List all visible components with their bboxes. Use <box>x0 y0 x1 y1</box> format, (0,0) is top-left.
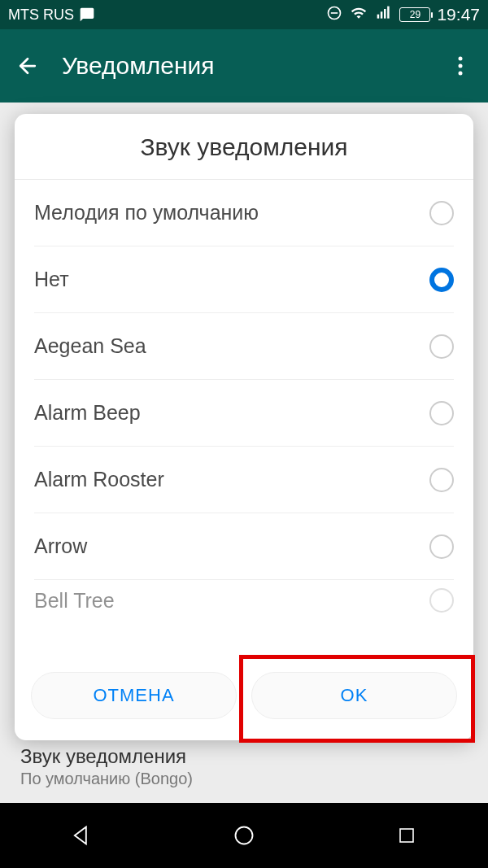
sound-option-label: Нет <box>34 268 69 291</box>
status-right: 29 19:47 <box>326 5 480 25</box>
sound-option-label: Aegean Sea <box>34 334 146 358</box>
dnd-icon <box>326 5 342 25</box>
svg-rect-2 <box>381 11 383 18</box>
radio-icon <box>429 401 454 425</box>
sound-option-bell-tree[interactable]: Bell Tree <box>34 580 454 613</box>
radio-selected-icon <box>429 268 454 292</box>
status-bar: MTS RUS 29 19:47 <box>0 0 488 29</box>
svg-rect-1 <box>377 14 380 18</box>
sound-option-alarm-beep[interactable]: Alarm Beep <box>34 380 454 447</box>
sound-option-aegean-sea[interactable]: Aegean Sea <box>34 313 454 380</box>
sound-option-label: Мелодия по умолчанию <box>34 201 259 225</box>
svg-rect-9 <box>400 829 413 842</box>
svg-point-7 <box>459 72 463 76</box>
background-setting-item[interactable]: Звук уведомления По умолчанию (Bongo) <box>0 735 488 803</box>
chat-bubble-icon <box>79 7 95 23</box>
battery-level: 29 <box>410 9 420 20</box>
radio-icon <box>429 534 454 559</box>
svg-point-8 <box>236 827 253 844</box>
dialog-title: Звук уведомления <box>15 114 473 180</box>
wifi-icon <box>349 5 368 25</box>
nav-back-button[interactable] <box>67 821 96 850</box>
battery-icon: 29 <box>399 7 430 22</box>
sound-option-default[interactable]: Мелодия по умолчанию <box>34 180 454 246</box>
page-title: Уведомления <box>62 52 447 80</box>
sound-option-alarm-rooster[interactable]: Alarm Rooster <box>34 447 454 513</box>
radio-icon <box>429 334 454 359</box>
nav-recent-button[interactable] <box>392 821 421 850</box>
sound-option-label: Alarm Rooster <box>34 468 164 491</box>
sound-picker-dialog: Звук уведомления Мелодия по умолчанию Не… <box>15 114 473 740</box>
radio-icon <box>429 588 454 613</box>
cancel-button[interactable]: ОТМЕНА <box>31 672 237 719</box>
bg-setting-value: По умолчанию (Bongo) <box>20 770 468 788</box>
bg-setting-title: Звук уведомления <box>20 745 468 768</box>
navigation-bar <box>0 803 488 868</box>
svg-rect-3 <box>384 9 386 19</box>
radio-icon <box>429 201 454 225</box>
sound-option-label: Arrow <box>34 534 87 558</box>
svg-point-5 <box>459 57 463 61</box>
sound-option-arrow[interactable]: Arrow <box>34 513 454 580</box>
sound-option-list[interactable]: Мелодия по умолчанию Нет Aegean Sea Alar… <box>15 180 473 654</box>
dialog-button-row: ОТМЕНА OK <box>15 654 473 740</box>
signal-icon <box>375 5 393 25</box>
svg-point-6 <box>459 64 463 68</box>
sound-option-label: Alarm Beep <box>34 401 141 425</box>
carrier-label: MTS RUS <box>8 7 74 24</box>
back-button[interactable] <box>15 53 41 79</box>
clock-label: 19:47 <box>437 5 480 24</box>
overflow-menu-button[interactable] <box>447 53 473 79</box>
status-left: MTS RUS <box>8 7 95 24</box>
app-bar: Уведомления <box>0 29 488 103</box>
svg-rect-4 <box>388 6 390 18</box>
nav-home-button[interactable] <box>229 821 259 850</box>
sound-option-label: Bell Tree <box>34 589 115 613</box>
ok-button[interactable]: OK <box>251 672 457 719</box>
radio-icon <box>429 468 454 492</box>
sound-option-none[interactable]: Нет <box>34 246 454 313</box>
